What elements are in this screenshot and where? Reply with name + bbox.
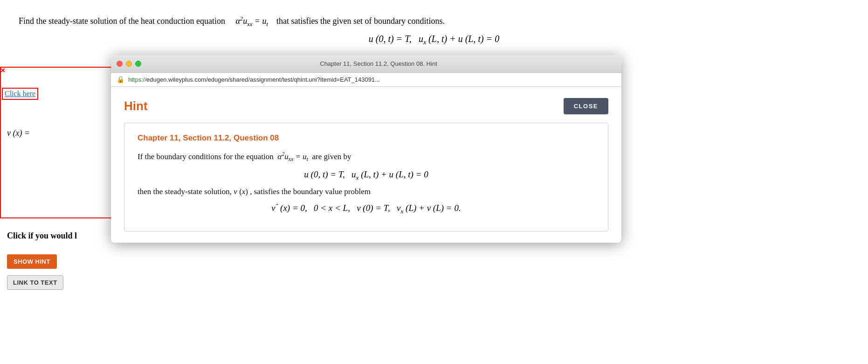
hint-bvp-equation: v″ (x) = 0, 0 < x < L, v (0) = T, vx (L)… bbox=[138, 202, 595, 215]
vx-equation-label: v (x) = bbox=[7, 128, 30, 138]
minimize-traffic-light[interactable] bbox=[126, 61, 132, 67]
problem-statement: Find the steady-state solution of the he… bbox=[19, 14, 849, 29]
browser-popup-window: Chapter 11, Section 11.2, Question 08. H… bbox=[111, 55, 621, 243]
click-here-link[interactable]: Click here bbox=[2, 88, 38, 100]
window-title: Chapter 11, Section 11.2, Question 08. H… bbox=[141, 60, 616, 67]
url-domain: edugen.wileyplus.com/edugen/shared/assig… bbox=[146, 76, 380, 83]
lock-icon: 🔒 bbox=[117, 76, 124, 84]
address-bar: 🔒 https://edugen.wileyplus.com/edugen/sh… bbox=[111, 73, 621, 87]
hint-box: Chapter 11, Section 11.2, Question 08 If… bbox=[124, 123, 608, 231]
url-display[interactable]: https://edugen.wileyplus.com/edugen/shar… bbox=[128, 76, 380, 83]
close-button[interactable]: CLOSE bbox=[564, 98, 608, 114]
hint-then-text: then the steady-state solution, v (x) , … bbox=[138, 187, 595, 196]
hint-intro-text: If the boundary conditions for the equat… bbox=[138, 149, 595, 164]
main-equation: u (0, t) = T, ux (L, t) + u (L, t) = 0 bbox=[19, 34, 849, 46]
hint-chapter-title: Chapter 11, Section 11.2, Question 08 bbox=[138, 133, 595, 143]
close-traffic-light[interactable] bbox=[117, 61, 123, 67]
click-if-text: Click if you would l bbox=[7, 231, 77, 241]
hint-header-row: Hint CLOSE bbox=[124, 98, 608, 114]
title-bar: Chapter 11, Section 11.2, Question 08. H… bbox=[111, 55, 621, 73]
hint-content-area: Hint CLOSE Chapter 11, Section 11.2, Que… bbox=[111, 87, 621, 243]
click-here-container: Click here bbox=[2, 88, 38, 100]
link-to-text-button[interactable]: LINK TO TEXT bbox=[7, 275, 63, 290]
hint-title: Hint bbox=[124, 99, 148, 113]
hint-equation-1: u (0, t) = T, ux (L, t) + u (L, t) = 0 bbox=[138, 169, 595, 182]
close-x-icon[interactable]: ✕ bbox=[0, 67, 6, 75]
fullscreen-traffic-light[interactable] bbox=[135, 61, 141, 67]
url-protocol: https:// bbox=[128, 76, 146, 83]
traffic-lights bbox=[117, 61, 141, 67]
show-hint-button[interactable]: SHOW HINT bbox=[7, 254, 57, 269]
